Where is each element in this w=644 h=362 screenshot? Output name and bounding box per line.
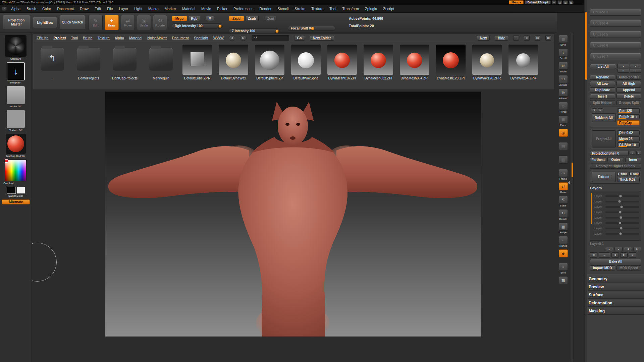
lightbox-item-project[interactable]: DefaultWaxSphe (291, 45, 321, 80)
go-button[interactable]: Go (294, 35, 305, 41)
zcut-button[interactable]: Zcut (265, 16, 276, 21)
menu-item-zplugin[interactable]: Zplugin (362, 5, 380, 13)
split-hidden-button[interactable]: Split Hidden (590, 100, 615, 105)
highlight-button[interactable]: ◆ (559, 249, 568, 261)
rgb-button[interactable]: Rgb (188, 16, 200, 21)
current-texture-thumbnail[interactable] (7, 110, 25, 128)
menu-item-render[interactable]: Render (256, 5, 274, 13)
remesh-sym-y-icon[interactable]: ⇆ (598, 108, 603, 112)
import-mdd-button[interactable]: Import MDD (590, 265, 615, 270)
transparency-button[interactable]: ◐Transp (559, 236, 568, 247)
move-down-button[interactable]: ▼ (630, 64, 642, 68)
list-all-button[interactable]: List All (590, 64, 616, 69)
mean-slider[interactable]: Mean 25 (617, 136, 640, 141)
subpalette-geometry[interactable]: Geometry (585, 275, 644, 283)
layer-row[interactable]: Layer (594, 215, 639, 220)
layer-next-button[interactable]: ▶ (633, 247, 641, 251)
lightbox-item-project[interactable]: DynaMesh128.ZPI (436, 45, 466, 80)
zadd-button[interactable]: Zadd (229, 16, 244, 21)
subpalette-surface[interactable]: Surface (585, 291, 644, 299)
projection-shell-slider[interactable]: ProjectionShell 0 (590, 151, 629, 156)
layer-prev-button[interactable]: ◀ (624, 247, 632, 251)
aahalf-button[interactable]: ½AAHalf (559, 88, 568, 100)
slider-dot[interactable] (218, 24, 221, 27)
subpalette-deformation[interactable]: Deformation (585, 299, 644, 307)
lightbox-item-project[interactable]: DefaultCube.ZPR (182, 45, 212, 80)
zoom-button[interactable]: ⊕Zoom (559, 62, 568, 73)
layout-rows-icon[interactable]: ▤ (557, 0, 562, 4)
slider-dot[interactable] (275, 29, 278, 33)
layer-row[interactable]: Layer (594, 231, 639, 236)
actual-button[interactable]: 1:1Actual (559, 75, 568, 86)
layer-slider[interactable] (605, 206, 639, 208)
current-stroke-thumbnail[interactable]: ↓ (7, 62, 25, 80)
layout-grid-icon[interactable]: ⊞ (552, 0, 556, 4)
subpalette-masking[interactable]: Masking (585, 307, 644, 315)
projectall-button[interactable]: ProjectAll (592, 130, 616, 147)
menu-item-alpha[interactable]: Alpha (8, 5, 23, 13)
lightbox-item-project[interactable]: DefaultDynaWax (218, 45, 249, 80)
polyframe-button[interactable]: ▦PolyF (559, 223, 568, 234)
edit-tool-button[interactable]: ✎ Edit (89, 15, 103, 30)
ghost-button[interactable]: ▥ (559, 156, 568, 167)
canvas-scrollbar-thumb[interactable] (572, 163, 573, 177)
menu-item-preferences[interactable]: Preferences (230, 5, 256, 13)
new-folder-button[interactable]: New Folder (310, 35, 334, 41)
slider-dot[interactable] (311, 27, 314, 30)
tab-material[interactable]: Material (129, 36, 142, 40)
tool-palette-scrollbar-thumb[interactable] (585, 12, 587, 80)
lightbox-item-project[interactable]: DynaMesh032.ZPI (363, 45, 393, 80)
layer-slider[interactable] (605, 233, 639, 235)
lightbox-item-project[interactable]: DefaultSphere.ZP (255, 45, 285, 80)
view-thumbs-icon[interactable]: ▦ (545, 36, 551, 41)
zsub-button[interactable]: Zsub (245, 16, 259, 21)
tab-alpha[interactable]: Alpha (115, 36, 124, 40)
lightbox-item-project[interactable]: DynaWax64.ZPR (508, 45, 538, 80)
floor-button[interactable]: ▦Floor (559, 115, 568, 127)
menu-item-tool[interactable]: Tool (326, 5, 339, 13)
polish-circle-toggle[interactable]: ○ (636, 115, 638, 119)
layer-slider[interactable] (605, 195, 639, 197)
layer-merge-button[interactable]: ◧ (620, 252, 628, 258)
axis-toggle-icon[interactable]: x (630, 151, 635, 155)
canvas-scrollbar[interactable] (571, 33, 574, 362)
projection-master-button[interactable]: Projection Master (3, 15, 30, 30)
inner-button[interactable]: Inner (625, 157, 641, 162)
draw-tool-button[interactable]: + Draw (105, 15, 119, 30)
new-button[interactable]: New (477, 35, 490, 41)
pa-blur-slider[interactable]: PA Blur 10 (617, 142, 640, 147)
polygrp-button[interactable]: PolyGrp (617, 120, 640, 125)
solo-button[interactable]: ●Solo (559, 263, 568, 274)
tool-palette-scrollbar[interactable] (585, 0, 587, 362)
spix-button[interactable]: ▩SPix (559, 35, 568, 46)
lightbox-button[interactable]: LightBox (33, 17, 57, 28)
mrgb-button[interactable]: Mrgb (172, 16, 187, 21)
layer-slider[interactable] (605, 212, 639, 213)
append-button[interactable]: Append (616, 87, 642, 93)
tab-texture[interactable]: Texture (98, 36, 110, 40)
mdd-speed-button[interactable]: MDD Speed (616, 265, 642, 270)
tab-document[interactable]: Document (172, 36, 189, 40)
layer-slider[interactable] (605, 228, 639, 229)
persp-button[interactable]: ◇Persp (559, 102, 568, 113)
layer-down-button[interactable]: ▼ (614, 247, 623, 251)
gizmo-rotate-button[interactable]: ↻Rotate (559, 209, 568, 221)
view-grid-icon[interactable]: ▤ (535, 36, 540, 41)
menu-item-texture[interactable]: Texture (308, 5, 326, 13)
layer-row[interactable]: Layer (594, 220, 639, 226)
subpalette-preview[interactable]: Preview (585, 283, 644, 291)
tool-slot-unused-3[interactable]: Unused 3 (590, 9, 641, 16)
gizmo-move-button[interactable]: ⇄Move (559, 182, 568, 194)
all-high-button[interactable]: All High (616, 81, 642, 86)
duplicate-button[interactable]: Duplicate (590, 87, 615, 93)
extract-button[interactable]: Extract (592, 172, 616, 182)
tab-spotlight[interactable]: Spotlight (194, 36, 208, 40)
lightbox-item-project[interactable]: DynaMesh016.ZPI (327, 45, 357, 80)
menu-item-document[interactable]: Document (54, 5, 77, 13)
m-button[interactable]: M (206, 16, 214, 21)
default-zscript-button[interactable]: DefaultZScript (525, 0, 551, 4)
layer-delete-button[interactable]: ⊞ (629, 252, 636, 258)
menu-item-stroke[interactable]: Stroke (291, 5, 308, 13)
tab-www[interactable]: WWW (213, 36, 224, 40)
gizmo-scale-button[interactable]: ⇱Scale (559, 196, 568, 207)
